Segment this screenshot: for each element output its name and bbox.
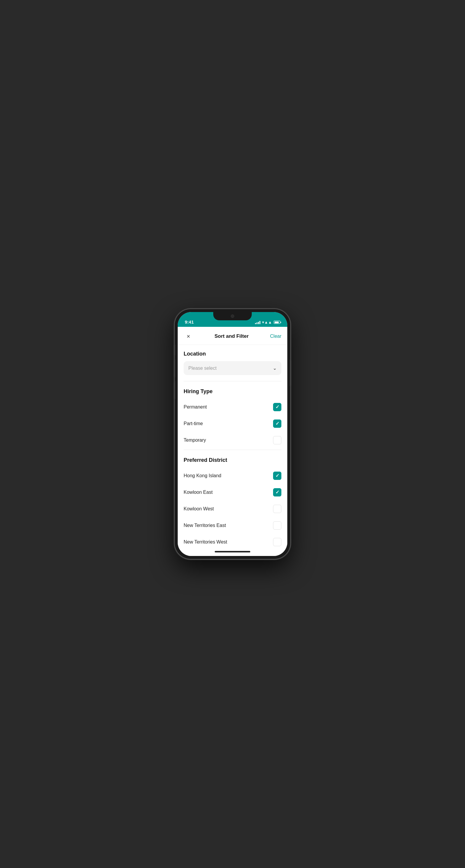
district-kowloon-west-row[interactable]: Kowloon West [178,501,287,517]
nt-west-label: New Territories West [184,539,227,545]
main-content: × Sort and Filter Clear Location Please … [178,327,287,547]
volume-silent-button [174,345,175,355]
temporary-label: Temporary [184,438,206,443]
preferred-district-title: Preferred District [184,457,281,463]
parttime-label: Part-time [184,421,203,426]
district-kowloon-east-row[interactable]: Kowloon East [178,484,287,501]
home-bar [215,551,250,552]
home-indicator [178,547,287,556]
hiring-type-parttime-row[interactable]: Part-time [178,415,287,432]
hki-checkbox[interactable] [273,472,281,480]
location-section: Location Please select ⌄ [178,345,287,375]
volume-down-button [174,381,175,399]
kowloon-east-label: Kowloon East [184,490,213,495]
header-title: Sort and Filter [214,333,249,339]
notch [213,312,252,320]
phone-screen: 9:41 ▾▲▲ × Sort and Filter Clear [178,312,287,556]
volume-up-button [174,360,175,377]
preferred-district-section: Preferred District [178,451,287,463]
kowloon-west-checkbox[interactable] [273,505,281,513]
district-nt-west-row[interactable]: New Territories West [178,534,287,547]
parttime-checkbox[interactable] [273,420,281,428]
nt-east-checkbox[interactable] [273,521,281,530]
hiring-type-title: Hiring Type [184,389,281,395]
clear-button[interactable]: Clear [270,334,281,339]
kowloon-west-label: Kowloon West [184,506,214,512]
hki-label: Hong Kong Island [184,473,221,478]
phone-frame: 9:41 ▾▲▲ × Sort and Filter Clear [175,309,290,559]
divider-1 [184,381,281,381]
location-dropdown[interactable]: Please select ⌄ [184,361,281,375]
filter-header: × Sort and Filter Clear [178,327,287,345]
kowloon-east-checkbox[interactable] [273,488,281,496]
camera [231,314,234,318]
status-icons: ▾▲▲ [255,320,280,324]
location-placeholder: Please select [188,366,216,371]
chevron-down-icon: ⌄ [273,365,277,371]
hiring-type-section: Hiring Type [178,382,287,395]
district-nt-east-row[interactable]: New Territories East [178,517,287,534]
permanent-checkbox[interactable] [273,403,281,411]
hiring-type-temporary-row[interactable]: Temporary [178,432,287,448]
nt-east-label: New Territories East [184,523,226,528]
nt-west-checkbox[interactable] [273,538,281,546]
district-hki-row[interactable]: Hong Kong Island [178,467,287,484]
temporary-checkbox[interactable] [273,436,281,444]
power-button [290,360,291,386]
location-title: Location [184,351,281,357]
signal-icon [255,321,260,324]
close-button[interactable]: × [184,332,193,341]
hiring-type-permanent-row[interactable]: Permanent [178,399,287,415]
wifi-icon: ▾▲▲ [262,320,272,324]
permanent-label: Permanent [184,404,207,410]
battery-icon [274,321,280,324]
